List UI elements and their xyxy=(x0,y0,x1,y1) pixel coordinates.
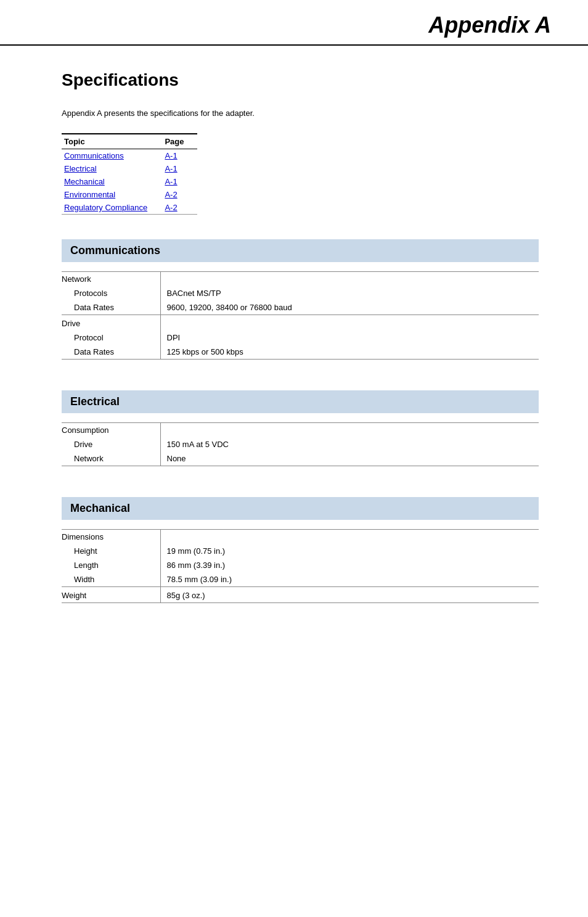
electrical-table: ConsumptionDrive150 mA at 5 VDCNetworkNo… xyxy=(62,422,539,466)
toc-page-link[interactable]: A-1 xyxy=(165,164,177,173)
toc-link[interactable]: Mechanical xyxy=(64,177,105,186)
table-row: Length86 mm (3.39 in.) xyxy=(62,558,539,572)
appendix-title: Appendix A xyxy=(428,12,551,38)
table-row: Data Rates125 kbps or 500 kbps xyxy=(62,345,539,360)
intro-text: Appendix A presents the specifications f… xyxy=(62,109,539,118)
toc-link[interactable]: Environmental xyxy=(64,190,115,199)
toc-page-link[interactable]: A-2 xyxy=(165,190,177,199)
page-header: Appendix A xyxy=(0,0,588,46)
appendix-letter: A xyxy=(535,12,551,38)
communications-title: Communications xyxy=(70,244,530,257)
electrical-title: Electrical xyxy=(70,395,530,408)
table-row: Dimensions xyxy=(62,530,539,545)
toc-link[interactable]: Regulatory Compliance xyxy=(64,203,147,212)
toc-page-link[interactable]: A-1 xyxy=(165,177,177,186)
toc-row: Regulatory ComplianceA-2 xyxy=(62,201,197,215)
table-row: Drive xyxy=(62,315,539,331)
table-row: Weight85g (3 oz.) xyxy=(62,587,539,603)
mechanical-table: DimensionsHeight19 mm (0.75 in.)Length86… xyxy=(62,529,539,603)
table-row: Width78.5 mm (3.09 in.) xyxy=(62,572,539,587)
table-row: Network xyxy=(62,272,539,287)
page-title: Specifications xyxy=(62,70,539,90)
toc-row: EnvironmentalA-2 xyxy=(62,188,197,201)
table-row: Height19 mm (0.75 in.) xyxy=(62,544,539,558)
appendix-label: Appendix xyxy=(428,12,535,38)
toc-page-link[interactable]: A-1 xyxy=(165,151,177,160)
toc-row: MechanicalA-1 xyxy=(62,175,197,188)
communications-section: Communications NetworkProtocolsBACnet MS… xyxy=(62,239,539,360)
mechanical-header: Mechanical xyxy=(62,497,539,520)
toc-link[interactable]: Communications xyxy=(64,151,124,160)
main-content: Specifications Appendix A presents the s… xyxy=(0,46,588,659)
communications-table: NetworkProtocolsBACnet MS/TPData Rates96… xyxy=(62,271,539,360)
toc-page-link[interactable]: A-2 xyxy=(165,203,177,212)
toc-link[interactable]: Electrical xyxy=(64,164,97,173)
mechanical-title: Mechanical xyxy=(70,502,530,515)
toc-row: CommunicationsA-1 xyxy=(62,149,197,163)
toc-col-page: Page xyxy=(162,134,197,149)
table-row: Consumption xyxy=(62,423,539,438)
table-row: NetworkNone xyxy=(62,451,539,466)
toc-table: Topic Page CommunicationsA-1ElectricalA-… xyxy=(62,133,197,215)
table-row: Data Rates9600, 19200, 38400 or 76800 ba… xyxy=(62,300,539,315)
electrical-header: Electrical xyxy=(62,390,539,413)
table-row: ProtocolsBACnet MS/TP xyxy=(62,286,539,300)
communications-header: Communications xyxy=(62,239,539,262)
table-row: Drive150 mA at 5 VDC xyxy=(62,437,539,451)
electrical-section: Electrical ConsumptionDrive150 mA at 5 V… xyxy=(62,390,539,466)
toc-col-topic: Topic xyxy=(62,134,162,149)
mechanical-section: Mechanical DimensionsHeight19 mm (0.75 i… xyxy=(62,497,539,603)
toc-row: ElectricalA-1 xyxy=(62,162,197,175)
table-row: ProtocolDPI xyxy=(62,331,539,345)
